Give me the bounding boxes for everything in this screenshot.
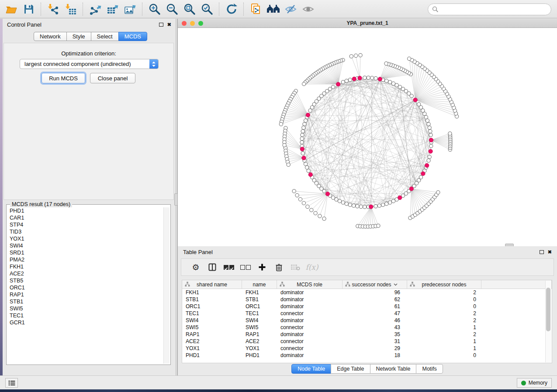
deselect-all-button[interactable] bbox=[237, 260, 254, 274]
mcds-result-item[interactable]: YOX1 bbox=[10, 235, 163, 242]
mcds-result-item[interactable]: CAR1 bbox=[10, 214, 163, 221]
mcds-result-item[interactable]: TEC1 bbox=[10, 312, 163, 319]
mcds-result-item[interactable]: PMA2 bbox=[10, 256, 163, 263]
close-panel-button-mcds[interactable]: Close panel bbox=[90, 73, 135, 83]
plus-icon bbox=[258, 263, 266, 271]
first-neighbors-button[interactable] bbox=[265, 1, 282, 17]
zoom-in-button[interactable] bbox=[146, 1, 163, 17]
table-cell: ACE2 bbox=[242, 338, 277, 344]
show-hide-columns-button[interactable] bbox=[204, 260, 221, 274]
copy-network-icon bbox=[250, 3, 262, 15]
delete-columns-button[interactable] bbox=[270, 260, 287, 274]
table-row[interactable]: FKH1FKH1dominator962 bbox=[182, 289, 552, 296]
tab-network[interactable]: Network bbox=[34, 32, 67, 41]
table-row[interactable]: RAP1RAP1dominator352 bbox=[182, 331, 552, 338]
mcds-result-item[interactable]: SWI5 bbox=[10, 305, 163, 312]
mcds-result-item[interactable]: TID3 bbox=[10, 228, 163, 235]
hide-selected-button[interactable] bbox=[282, 1, 300, 17]
fit-content-button[interactable] bbox=[181, 1, 198, 17]
table-row[interactable]: STB1STB1dominator620 bbox=[182, 296, 552, 303]
zoom-out-button[interactable] bbox=[163, 1, 181, 17]
open-folder-icon bbox=[5, 4, 17, 14]
column-header-MCDS-role[interactable]: MCDS role bbox=[277, 280, 343, 289]
add-column-button[interactable] bbox=[254, 260, 270, 274]
table-cell: dominator bbox=[277, 352, 343, 358]
close-panel-button[interactable]: ✖ bbox=[167, 22, 171, 27]
show-panels-button[interactable] bbox=[5, 378, 18, 388]
export-table-button[interactable] bbox=[104, 1, 121, 17]
tab-node-table[interactable]: Node Table bbox=[291, 364, 331, 374]
column-label: shared name bbox=[197, 282, 227, 288]
mcds-result-scrollbar[interactable] bbox=[163, 207, 170, 364]
column-header-successor-nodes[interactable]: successor nodes bbox=[343, 280, 407, 289]
table-row[interactable]: YOX1YOX1connector291 bbox=[182, 345, 552, 352]
tab-style[interactable]: Style bbox=[66, 32, 91, 41]
main-toolbar bbox=[0, 0, 557, 18]
column-label: predecessor nodes bbox=[422, 282, 466, 288]
mcds-result-groupbox: MCDS result (17 nodes) PHD1CAR1STP4TID3Y… bbox=[6, 204, 171, 365]
save-session-button[interactable] bbox=[20, 1, 38, 17]
tab-edge-table[interactable]: Edge Table bbox=[331, 364, 370, 374]
mcds-result-item[interactable]: STB1 bbox=[10, 298, 163, 305]
criterion-select[interactable]: largest connected component (undirected) bbox=[20, 59, 159, 69]
table-cell: 96 bbox=[343, 289, 407, 296]
table-row[interactable]: ORC1ORC1dominator610 bbox=[182, 303, 552, 310]
table-cell: PHD1 bbox=[242, 352, 277, 358]
export-image-button[interactable] bbox=[121, 1, 139, 17]
table-row[interactable]: SWI5SWI5connector431 bbox=[182, 324, 552, 331]
tab-network-table[interactable]: Network Table bbox=[370, 364, 417, 374]
function-builder-button[interactable]: f(x) bbox=[304, 260, 320, 274]
table-row[interactable]: TEC1TEC1connector472 bbox=[182, 310, 552, 317]
select-all-button[interactable] bbox=[221, 260, 237, 274]
delete-table-button[interactable] bbox=[287, 260, 304, 274]
float-table-panel-button[interactable] bbox=[540, 250, 544, 254]
new-network-from-selection-button[interactable] bbox=[247, 1, 265, 17]
network-canvas[interactable] bbox=[178, 28, 557, 246]
fit-content-icon bbox=[183, 3, 196, 15]
table-cell: FKH1 bbox=[182, 289, 242, 296]
search-input[interactable] bbox=[439, 5, 551, 14]
mcds-result-item[interactable]: PHD1 bbox=[10, 207, 163, 214]
table-cell: connector bbox=[277, 310, 343, 316]
mcds-result-item[interactable]: STP4 bbox=[10, 221, 163, 228]
mcds-result-item[interactable]: FKH1 bbox=[10, 263, 163, 270]
table-scrollbar-thumb[interactable] bbox=[546, 288, 550, 331]
mcds-result-item[interactable]: GCR1 bbox=[10, 319, 163, 326]
open-session-button[interactable] bbox=[3, 1, 20, 17]
export-network-button[interactable] bbox=[86, 1, 104, 17]
column-header-shared-name[interactable]: shared name bbox=[182, 280, 242, 289]
mcds-result-item[interactable]: ORC1 bbox=[10, 284, 163, 291]
float-panel-button[interactable] bbox=[159, 23, 163, 27]
table-cell: 0 bbox=[407, 296, 481, 303]
table-cell: 35 bbox=[343, 331, 407, 337]
status-bar: Memory bbox=[0, 375, 557, 389]
table-row[interactable]: PHD1PHD1dominator180 bbox=[182, 352, 552, 359]
table-panel-title: Table Panel bbox=[183, 249, 213, 255]
apply-layout-button[interactable] bbox=[223, 1, 240, 17]
table-cell: 0 bbox=[407, 303, 481, 309]
mcds-result-item[interactable]: RAP1 bbox=[10, 291, 163, 298]
table-row[interactable]: SWI4SWI4dominator462 bbox=[182, 317, 552, 324]
mcds-result-item[interactable]: SWI4 bbox=[10, 242, 163, 249]
column-header-name[interactable]: name bbox=[242, 280, 277, 289]
table-settings-button[interactable]: ⚙ bbox=[187, 260, 204, 274]
table-scrollbar[interactable] bbox=[545, 281, 551, 362]
close-table-panel-button[interactable]: ✖ bbox=[548, 250, 552, 254]
import-network-button[interactable] bbox=[45, 1, 62, 17]
mcds-result-item[interactable]: ACE2 bbox=[10, 270, 163, 277]
column-header-predecessor-nodes[interactable]: predecessor nodes bbox=[407, 280, 481, 289]
tab-mcds[interactable]: MCDS bbox=[118, 32, 147, 41]
mcds-result-item[interactable]: STB5 bbox=[10, 277, 163, 284]
zoom-selected-button[interactable] bbox=[198, 1, 216, 17]
memory-button[interactable]: Memory bbox=[517, 378, 552, 388]
gear-icon: ⚙ bbox=[192, 263, 199, 272]
table-row[interactable]: ACE2ACE2connector311 bbox=[182, 338, 552, 345]
trash-icon bbox=[275, 263, 283, 272]
mcds-result-item[interactable]: SRD1 bbox=[10, 249, 163, 256]
show-all-button[interactable] bbox=[300, 1, 317, 17]
import-table-button[interactable] bbox=[62, 1, 80, 17]
tab-motifs[interactable]: Motifs bbox=[416, 364, 443, 374]
zoom-in-icon bbox=[149, 3, 161, 15]
run-mcds-button[interactable]: Run MCDS bbox=[42, 73, 85, 83]
tab-select[interactable]: Select bbox=[91, 32, 119, 41]
